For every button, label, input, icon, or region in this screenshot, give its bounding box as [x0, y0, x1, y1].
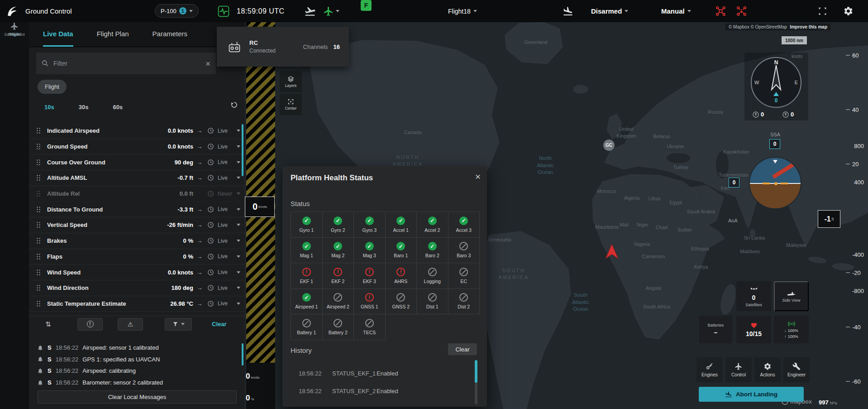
history-clock-icon[interactable] — [206, 190, 215, 197]
telemetry-pulse-icon[interactable] — [218, 0, 229, 22]
drag-handle-icon[interactable] — [36, 269, 41, 276]
rail-item[interactable]: Review — [0, 22, 29, 37]
health-status-cell[interactable]: Baro 1 — [386, 238, 417, 264]
chevron-down-icon[interactable] — [237, 145, 240, 148]
message-row[interactable]: S 18:56:22 GPS 1: specified as UAVCAN — [29, 354, 242, 366]
ground-control-marker[interactable]: GC — [603, 140, 615, 151]
message-row[interactable]: S 18:56:22 Barometer: sensor 2 calibrate… — [29, 377, 242, 389]
engines-button[interactable]: Engines — [696, 357, 723, 382]
chevron-down-icon[interactable] — [237, 208, 240, 211]
chevron-down-icon[interactable] — [237, 177, 240, 179]
telemetry-row[interactable]: Altitude AMSL -0.7 ft → Live — [29, 170, 245, 186]
drag-handle-icon[interactable] — [36, 300, 41, 307]
drag-handle-icon[interactable] — [36, 174, 41, 181]
batteries-tile[interactable]: Batteries – — [699, 316, 732, 343]
history-clock-icon[interactable] — [206, 127, 215, 134]
sort-messages-icon[interactable]: ⇅ — [45, 320, 51, 328]
message-row[interactable]: S 18:56:22 Airspeed: calibrating — [29, 365, 242, 377]
health-score-tile[interactable]: 10/15 — [736, 316, 771, 343]
health-status-cell[interactable]: GNSS 1 — [354, 289, 386, 315]
health-status-cell[interactable]: Accel 3 — [448, 212, 480, 238]
side-view-button[interactable]: Side View — [774, 281, 809, 311]
panel-tab[interactable]: Parameters — [153, 22, 188, 47]
history-clock-icon[interactable] — [206, 237, 215, 244]
satellites-tile[interactable]: 0 Satellites — [736, 281, 771, 311]
health-status-cell[interactable]: EKF 3 — [354, 263, 386, 289]
chevron-down-icon[interactable] — [237, 130, 240, 132]
history-clock-icon[interactable] — [206, 159, 215, 166]
chevron-down-icon[interactable] — [237, 224, 240, 226]
compass[interactable]: N W E 0 — [751, 57, 801, 108]
drag-handle-icon[interactable] — [36, 221, 41, 228]
filter-menu-button[interactable] — [165, 318, 192, 331]
panel-tab[interactable]: Live Data — [43, 22, 73, 47]
message-row[interactable]: S 18:56:22 Airspeed: sensor 1 calibrated — [29, 342, 242, 354]
filter-input[interactable] — [53, 60, 201, 67]
health-status-cell[interactable]: Mag 2 — [323, 238, 354, 264]
drag-handle-icon[interactable] — [36, 284, 41, 291]
layers-button[interactable]: Layers — [280, 71, 302, 92]
clear-messages-button[interactable]: Clear — [212, 321, 227, 327]
arm-state-selector[interactable]: Disarmed — [591, 0, 628, 22]
telemetry-row[interactable]: Indicated Airspeed 0.0 knots → Live — [29, 123, 245, 139]
vehicle-selector[interactable]: P-100 1 — [155, 4, 199, 18]
history-clock-icon[interactable] — [206, 269, 215, 276]
actions-button[interactable]: Actions — [754, 357, 781, 382]
link-quality-tile[interactable]: ↓ 100% ↑ 100% — [774, 316, 809, 343]
telemetry-row[interactable]: Distance To Ground -3.3 ft → Live — [29, 202, 245, 217]
drag-handle-icon[interactable] — [36, 127, 41, 134]
health-status-cell[interactable]: Accel 1 — [386, 212, 417, 238]
filter-warnings-button[interactable]: ⚠ — [118, 318, 143, 331]
control-button[interactable]: Control — [725, 357, 752, 382]
health-status-cell[interactable]: Dist 1 — [417, 289, 448, 315]
history-clock-icon[interactable] — [206, 284, 215, 291]
history-clock-icon[interactable] — [206, 174, 215, 181]
telemetry-scrollbar[interactable] — [242, 124, 243, 176]
filter-errors-button[interactable]: ! — [77, 318, 103, 331]
time-range-button[interactable]: 10s — [40, 102, 59, 112]
telemetry-row[interactable]: Altitude Rel 0.0 ft Never — [29, 186, 245, 202]
refresh-button[interactable] — [230, 101, 238, 109]
history-clock-icon[interactable] — [206, 206, 215, 213]
health-status-cell[interactable]: Accel 2 — [417, 212, 448, 238]
telemetry-row[interactable]: Ground Speed 0.0 knots → Live — [29, 139, 245, 155]
flight-termination-icon[interactable] — [736, 0, 747, 22]
health-status-cell[interactable]: EKF 1 — [291, 263, 323, 289]
health-status-cell[interactable]: EC — [448, 263, 480, 289]
close-icon[interactable]: × — [475, 172, 481, 181]
drag-handle-icon[interactable] — [36, 206, 41, 213]
chevron-down-icon[interactable] — [237, 303, 240, 305]
drag-handle-icon[interactable] — [36, 253, 41, 260]
health-status-cell[interactable]: Baro 3 — [448, 238, 480, 264]
health-status-cell[interactable]: Mag 3 — [354, 238, 386, 264]
health-status-cell[interactable]: Logging — [417, 263, 448, 289]
drag-handle-icon[interactable] — [36, 143, 41, 150]
health-status-cell[interactable]: Baro 2 — [417, 238, 448, 264]
drag-handle-icon[interactable] — [36, 190, 41, 197]
settings-gear-button[interactable] — [843, 0, 854, 22]
clear-local-messages-button[interactable]: Clear Local Messages — [38, 390, 237, 404]
telemetry-row[interactable]: Brakes 0 % → Live — [29, 233, 245, 249]
health-status-cell[interactable]: Airspeed 2 — [323, 289, 354, 315]
health-status-cell[interactable]: Dist 2 — [448, 289, 480, 315]
telemetry-row[interactable]: Vertical Speed -26 ft/min → Live — [29, 217, 245, 233]
health-status-cell[interactable]: TECS — [354, 314, 386, 340]
history-clock-icon[interactable] — [206, 253, 215, 260]
health-status-cell[interactable]: Airspeed 1 — [291, 289, 323, 315]
time-range-button[interactable]: 30s — [74, 102, 93, 112]
rc-status-button[interactable] — [323, 0, 339, 22]
flight-selector[interactable]: Flight18 — [448, 0, 477, 22]
abort-landing-button[interactable]: Abort Landing — [699, 387, 804, 402]
health-status-cell[interactable]: GNSS 2 — [386, 289, 417, 315]
telemetry-row[interactable]: Flaps 0 % → Live — [29, 249, 245, 265]
attitude-indicator[interactable] — [749, 157, 801, 209]
telemetry-row[interactable]: Static Temperature Estimate 26.98 °C → L… — [29, 296, 245, 312]
chevron-down-icon[interactable] — [237, 192, 240, 195]
aircraft-marker[interactable] — [603, 243, 620, 260]
panel-tab[interactable]: Flight Plan — [97, 22, 129, 47]
health-status-cell[interactable]: Gyro 1 — [291, 212, 323, 238]
health-status-cell[interactable]: EKF 2 — [323, 263, 354, 289]
history-clock-icon[interactable] — [206, 300, 215, 307]
time-range-button[interactable]: 60s — [108, 102, 127, 112]
clear-filter-icon[interactable]: × — [205, 59, 210, 68]
